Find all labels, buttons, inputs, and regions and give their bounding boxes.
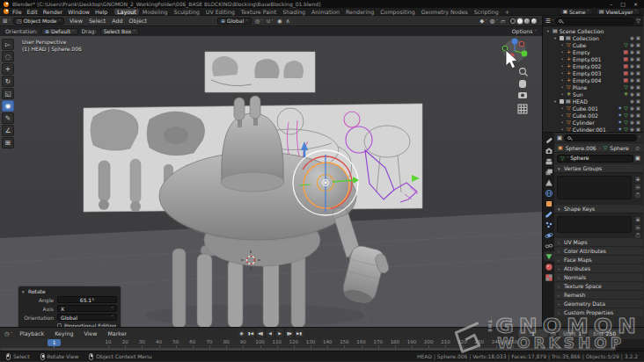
collection-checkbox[interactable]	[560, 36, 564, 40]
outliner-item-label[interactable]: Plane	[573, 84, 623, 90]
properties-tab-modifiers[interactable]	[544, 209, 554, 219]
section-vertex-groups[interactable]: ▾Vertex Groups	[554, 163, 643, 172]
expand-icon[interactable]: ▾	[553, 99, 558, 104]
section-chevron-icon[interactable]: ›	[558, 240, 561, 245]
disable-in-renders-camera-icon[interactable]: ▣	[636, 49, 640, 54]
properties-tab-tool[interactable]	[544, 135, 554, 145]
outliner-panel[interactable]: ▾▤Scene Collection▾▤Collection◉▣•▽Cube▽◉…	[543, 26, 643, 133]
properties-tab-particles[interactable]	[544, 220, 554, 229]
expand-icon[interactable]: ▾	[553, 36, 558, 40]
viewport-menu-add[interactable]: Add	[109, 18, 125, 24]
add-item-button[interactable]: +	[634, 216, 641, 223]
hide-in-viewport-eye-icon[interactable]: ◉	[630, 112, 634, 118]
tool-move-button[interactable]: +	[2, 63, 14, 75]
properties-tab-scene[interactable]	[544, 177, 554, 187]
jump-to-next-keyframe-button[interactable]: ▮▶	[285, 329, 294, 337]
remove-item-button[interactable]: −	[634, 184, 641, 191]
show-gizmo-icon[interactable]: ◆˅	[479, 18, 487, 25]
blender-menu-icon[interactable]	[4, 9, 9, 14]
view-layer-selector[interactable]: ▤ViewLayer˅	[596, 8, 640, 15]
outliner-row-scene-collection[interactable]: ▾▤Scene Collection	[543, 27, 643, 34]
current-frame-field[interactable]: 1	[518, 329, 548, 337]
minimize-button[interactable]: –	[610, 1, 612, 7]
toggle-xray-icon[interactable]: ▱	[501, 18, 505, 25]
hide-in-viewport-eye-icon[interactable]: ◉	[630, 63, 634, 69]
outliner-item-label[interactable]: Cube	[573, 42, 623, 48]
disable-in-renders-camera-icon[interactable]: ▣	[636, 35, 640, 40]
breadcrumb-data[interactable]: Sphere	[610, 145, 628, 151]
collection-checkbox[interactable]	[560, 99, 564, 104]
play-reverse-button[interactable]: ◀	[266, 329, 274, 337]
outliner-item-label[interactable]: Empty.004	[573, 77, 621, 83]
outliner-row-empty-002[interactable]: •+Empty.002▦◉▣	[543, 62, 643, 69]
disable-in-renders-camera-icon[interactable]: ▣	[636, 56, 640, 62]
hide-in-viewport-eye-icon[interactable]: ◉	[630, 56, 634, 62]
timeline-menu-marker[interactable]: Marker	[105, 330, 129, 337]
frame-end-field[interactable]: End250	[589, 329, 620, 337]
properties-tab-material[interactable]	[544, 262, 554, 272]
shading-solid-icon[interactable]	[517, 18, 523, 24]
robot-antenna[interactable]	[250, 96, 260, 119]
section-chevron-icon[interactable]: ▾	[558, 206, 561, 212]
workspace-tab-scripting[interactable]: Scripting	[472, 9, 501, 15]
hide-in-viewport-eye-icon[interactable]: ◉	[630, 77, 634, 83]
disable-in-renders-camera-icon[interactable]: ▣	[636, 105, 640, 111]
disable-in-renders-camera-icon[interactable]: ▣	[636, 42, 640, 47]
properties-tab-output[interactable]	[544, 156, 554, 166]
outliner-item-label[interactable]: Cube.001	[573, 105, 617, 112]
specials-menu-button[interactable]: ˅	[634, 232, 641, 239]
remove-item-button[interactable]: −	[634, 224, 641, 231]
hide-in-viewport-eye-icon[interactable]: ◉	[630, 119, 634, 125]
outliner-row-sun[interactable]: •✳Sun✳◉▣	[543, 90, 643, 98]
hide-in-viewport-eye-icon[interactable]: ◉	[630, 98, 634, 104]
section-face-maps[interactable]: ›Face Maps	[554, 255, 643, 264]
menu-window[interactable]: Window	[65, 9, 92, 15]
properties-options-icon[interactable]: ˅	[639, 135, 641, 141]
proportional-editing-icon[interactable]: ◉	[277, 18, 282, 25]
outliner-display-mode-icon[interactable]: ☰˅	[545, 18, 553, 25]
properties-editor-icon[interactable]: ▣	[557, 134, 562, 141]
disable-in-renders-camera-icon[interactable]: ▣	[636, 127, 640, 132]
outliner-item-label[interactable]: Sun	[573, 91, 622, 98]
shading-material-icon[interactable]	[524, 18, 530, 24]
workspace-tab-uv-editing[interactable]: UV Editing	[203, 9, 238, 15]
workspace-tab-layout[interactable]: Layout	[114, 9, 138, 15]
menu-file[interactable]: File	[10, 9, 25, 15]
maximize-button[interactable]: □	[620, 1, 626, 7]
outliner-row-cube-002[interactable]: •▽Cube.002✦▽◉▣	[543, 112, 643, 119]
use-preview-range-icon[interactable]: ◷	[551, 330, 556, 337]
outliner-item-label[interactable]: Cube.002	[573, 112, 617, 119]
editor-type-button[interactable]: ⊞˅	[3, 18, 11, 25]
disable-in-renders-camera-icon[interactable]: ▣	[636, 98, 640, 104]
disable-in-renders-camera-icon[interactable]: ▣	[636, 84, 640, 90]
outliner-search-input[interactable]	[555, 18, 634, 25]
show-overlays-icon[interactable]: ◍˅	[490, 18, 498, 25]
rp-orientation-field[interactable]: Global˅	[57, 314, 117, 321]
properties-tab-constraints[interactable]	[544, 241, 554, 250]
disable-in-renders-camera-icon[interactable]: ▣	[636, 63, 640, 69]
proportional-editing-checkbox[interactable]	[57, 323, 62, 327]
viewport-3d[interactable]: Orientation: ⊕Default˅ Drag: Select Box˅…	[0, 26, 542, 327]
drag-dropdown[interactable]: Select Box˅	[100, 28, 139, 35]
hide-in-viewport-eye-icon[interactable]: ◉	[630, 49, 634, 54]
tool-add-cube-button[interactable]: ⊞	[2, 137, 14, 148]
disable-in-renders-camera-icon[interactable]: ▣	[636, 119, 640, 125]
outliner-item-label[interactable]: Empty.001	[573, 56, 621, 62]
workspace-tab-animation[interactable]: Animation	[309, 9, 342, 15]
options-dropdown[interactable]: Options˅	[512, 28, 537, 34]
outliner-filter-icon[interactable]: ▽	[636, 18, 640, 25]
orientation-dropdown[interactable]: ⊕Default˅	[41, 28, 77, 35]
disable-in-renders-camera-icon[interactable]: ▣	[636, 70, 640, 76]
play-button[interactable]: ▶	[275, 329, 284, 337]
outliner-row-cylinder[interactable]: •▽Cylinder✦▽◉▣	[543, 119, 643, 126]
scene-selector[interactable]: ▣Scene˅	[559, 8, 592, 15]
tool-transform-button[interactable]: ◉	[2, 100, 14, 112]
empty-list-box[interactable]	[557, 176, 632, 199]
section-attributes[interactable]: ›Attributes	[554, 264, 643, 272]
fake-user-icon[interactable]: ▣	[635, 155, 640, 162]
workspace-tab-texture-paint[interactable]: Texture Paint	[238, 9, 280, 15]
expand-icon[interactable]: ▾	[545, 29, 551, 33]
mode-selector[interactable]: ◳Object Mode˅	[13, 18, 64, 25]
section-chevron-icon[interactable]: ›	[558, 266, 561, 272]
collapse-chevron-icon[interactable]: ▾	[22, 289, 26, 294]
